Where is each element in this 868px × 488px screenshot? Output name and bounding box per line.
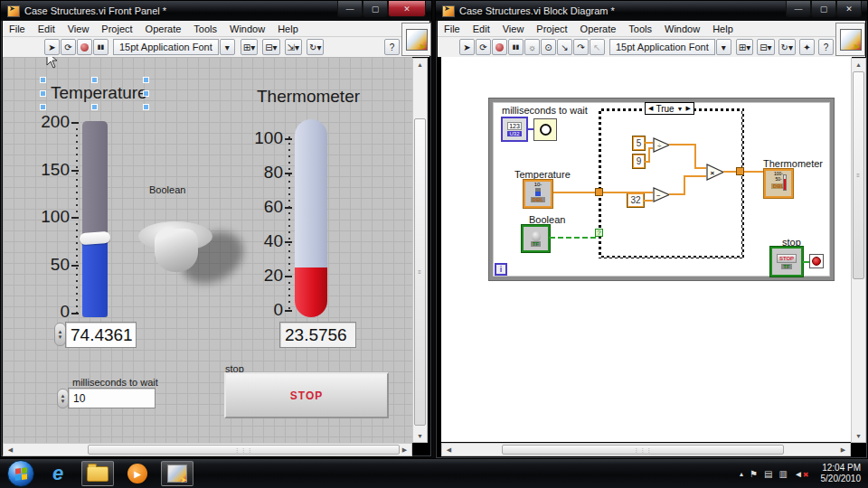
pause-button[interactable]: ▮▮	[93, 39, 108, 55]
block-diagram-hscrollbar[interactable]: ◀ ▶ ⋮⋮⋮	[441, 443, 851, 456]
selection-handle[interactable]	[91, 104, 98, 110]
volume-muted-icon[interactable]: ◄✖	[794, 469, 809, 479]
pause-button[interactable]: ▮▮	[508, 39, 524, 55]
hscroll-thumb[interactable]: ⋮⋮⋮	[88, 445, 400, 455]
action-center-icon[interactable]: ⚑	[750, 469, 758, 479]
menu-operate[interactable]: Operate	[574, 22, 623, 36]
menu-project[interactable]: Project	[530, 22, 573, 36]
selection-handle[interactable]	[40, 90, 46, 97]
menu-window[interactable]: Window	[223, 22, 271, 36]
menu-view[interactable]: View	[496, 22, 531, 36]
subtract-node[interactable]: −	[653, 187, 671, 202]
retain-wire-values-button[interactable]: ⊙	[541, 39, 556, 55]
reorder-button[interactable]: ↻▾	[778, 39, 796, 55]
scroll-left-icon[interactable]: ◀	[442, 444, 456, 455]
menu-tools[interactable]: Tools	[187, 22, 223, 36]
constant-32[interactable]: 32	[627, 193, 644, 207]
maximize-button[interactable]: ▢	[811, 1, 836, 17]
iteration-terminal[interactable]: i	[495, 263, 507, 276]
distribute-objects-button[interactable]: ⊟▾	[262, 39, 279, 55]
start-button[interactable]	[7, 460, 34, 487]
step-out-button[interactable]: ↖	[590, 39, 605, 55]
wait-ms-function[interactable]	[533, 118, 557, 141]
context-help-button[interactable]: ?	[818, 39, 834, 55]
tray-document-icon[interactable]: ▤	[764, 469, 772, 479]
taskbar-ie-icon[interactable]: e	[42, 461, 74, 486]
selection-handle[interactable]	[143, 90, 149, 97]
ms-wait-field[interactable]: 10	[68, 388, 156, 408]
run-button[interactable]: ➤	[44, 39, 60, 55]
hscroll-thumb[interactable]: ⋮⋮⋮	[502, 445, 784, 455]
boolean-terminal[interactable]: TF	[522, 225, 550, 252]
front-panel-hscrollbar[interactable]: ◀ ▶ ⋮⋮⋮	[3, 443, 412, 456]
selection-handle[interactable]	[143, 77, 149, 83]
resize-objects-button[interactable]: ⇲▾	[285, 39, 302, 55]
selection-handle[interactable]	[91, 77, 98, 83]
divide-node[interactable]: ÷	[653, 137, 671, 153]
temperature-terminal[interactable]: 10- DBL	[524, 180, 552, 208]
loop-condition-terminal[interactable]	[809, 254, 824, 268]
case-structure[interactable]	[599, 108, 744, 258]
menu-file[interactable]: File	[438, 22, 467, 36]
menu-help[interactable]: Help	[706, 22, 740, 36]
vscroll-thumb[interactable]: ≡	[414, 118, 426, 426]
temperature-slider-thumb[interactable]	[80, 231, 111, 245]
block-diagram-vscrollbar[interactable]: ▲ ▼ ≡	[851, 58, 866, 443]
maximize-button[interactable]: ▢	[363, 1, 388, 17]
temperature-value-field[interactable]: 74.4361	[65, 322, 137, 348]
menu-view[interactable]: View	[61, 22, 96, 36]
scroll-up-icon[interactable]: ▲	[413, 59, 427, 70]
multiply-node[interactable]: ×	[706, 164, 725, 181]
run-continuous-button[interactable]: ⟳	[476, 39, 491, 55]
menu-edit[interactable]: Edit	[32, 22, 61, 36]
align-objects-button[interactable]: ⊞▾	[241, 39, 258, 55]
constant-5[interactable]: 5	[633, 136, 645, 150]
run-continuous-button[interactable]: ⟳	[61, 39, 76, 55]
boolean-button-cap[interactable]	[155, 229, 198, 272]
selection-handle[interactable]	[143, 104, 149, 110]
menu-help[interactable]: Help	[271, 22, 305, 36]
scroll-right-icon[interactable]: ▶	[398, 444, 411, 455]
network-icon[interactable]: ▥	[778, 469, 787, 479]
selection-handle[interactable]	[40, 77, 46, 83]
scroll-down-icon[interactable]: ▼	[852, 430, 865, 442]
abort-button[interactable]	[77, 39, 92, 55]
scroll-left-icon[interactable]: ◀	[4, 444, 17, 455]
highlight-execution-button[interactable]: ☼	[524, 39, 540, 55]
constant-9[interactable]: 9	[633, 155, 645, 168]
menu-operate[interactable]: Operate	[139, 22, 188, 36]
scroll-right-icon[interactable]: ▶	[836, 444, 850, 455]
stop-button[interactable]: STOP	[224, 372, 389, 418]
front-panel-titlebar[interactable]: Case Structures.vi Front Panel * — ▢ ✕	[1, 1, 431, 21]
step-into-button[interactable]: ↘	[557, 39, 572, 55]
clean-up-diagram-button[interactable]: ✦	[799, 39, 815, 55]
distribute-objects-button[interactable]: ⊟▾	[757, 39, 774, 55]
reorder-button[interactable]: ↻▾	[307, 39, 324, 55]
menu-project[interactable]: Project	[95, 22, 138, 36]
spin-down-icon[interactable]: ▼	[61, 399, 66, 404]
close-button[interactable]: ✕	[388, 1, 426, 17]
taskbar-media-player-icon[interactable]: ▶	[121, 461, 154, 486]
case-next-icon[interactable]: ▶	[686, 105, 691, 112]
selection-handle[interactable]	[40, 104, 46, 110]
scroll-down-icon[interactable]: ▼	[413, 430, 427, 442]
taskbar-labview-icon[interactable]: ➤	[161, 461, 193, 486]
ms-wait-terminal[interactable]: 123 U32	[501, 117, 528, 142]
context-help-button[interactable]: ?	[384, 39, 400, 55]
minimize-button[interactable]: —	[337, 1, 363, 17]
case-selector[interactable]: ◀ True ▼ ▶	[645, 102, 694, 115]
step-over-button[interactable]: ↷	[573, 39, 589, 55]
abort-button[interactable]	[492, 39, 507, 55]
thermometer-terminal[interactable]: 100- 50- DBL	[764, 169, 793, 198]
taskbar-explorer-icon[interactable]	[81, 461, 114, 486]
case-prev-icon[interactable]: ◀	[648, 105, 653, 112]
taskbar-clock[interactable]: 12:04 PM 5/20/2010	[816, 463, 862, 484]
vscroll-thumb[interactable]: ≡	[853, 71, 864, 279]
case-dropdown-icon[interactable]: ▼	[677, 106, 684, 112]
front-panel-vscrollbar[interactable]: ▲ ▼ ≡	[412, 58, 428, 443]
align-objects-button[interactable]: ⊞▾	[736, 39, 753, 55]
close-button[interactable]: ✕	[836, 1, 862, 17]
spin-down-icon[interactable]: ▼	[58, 334, 63, 340]
scroll-up-icon[interactable]: ▲	[852, 59, 865, 70]
menu-edit[interactable]: Edit	[467, 22, 496, 36]
